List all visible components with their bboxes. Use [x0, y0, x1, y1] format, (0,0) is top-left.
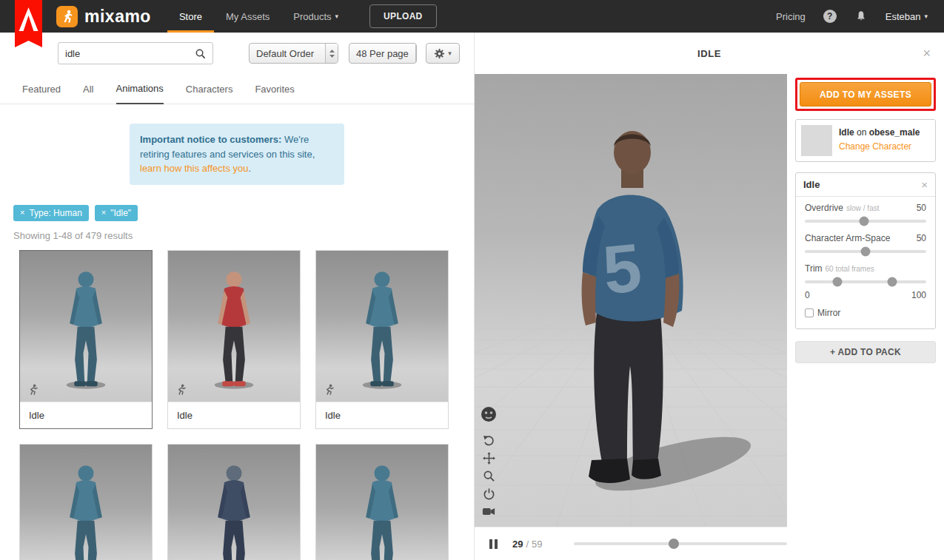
animation-card-row2-3[interactable]	[315, 444, 449, 560]
nav-products[interactable]: Products▾	[281, 0, 350, 33]
important-notice: Important notice to customers: We're ret…	[130, 124, 344, 185]
tab-animations[interactable]: Animations	[116, 83, 164, 104]
trim-end-handle[interactable]	[888, 277, 897, 287]
animation-type-icon	[26, 383, 39, 397]
upload-button[interactable]: UPLOAD	[369, 4, 436, 28]
character-obese-male: 5	[582, 131, 683, 483]
add-to-my-assets-button[interactable]: ADD TO MY ASSETS	[800, 82, 931, 107]
mixamo-runner-icon	[56, 6, 78, 27]
trim-min: 0	[805, 290, 810, 300]
mirror-control[interactable]: Mirror	[805, 308, 926, 318]
trim-range-slider[interactable]	[805, 280, 926, 283]
filter-chips: × Type: Human × "Idle"	[13, 205, 474, 221]
category-tabs: Featured All Animations Characters Favor…	[0, 76, 474, 104]
trim-row: Trim60 total frames	[805, 263, 926, 274]
search-input[interactable]	[65, 48, 195, 59]
current-frame: 29	[512, 539, 523, 550]
animation-card-row2-1[interactable]	[19, 444, 153, 560]
settings-body: Overdriveslow / fast 50 Character Arm-Sp…	[796, 197, 935, 328]
current-character-panel: Idle on obese_male Change Character	[795, 119, 936, 162]
search-icon[interactable]	[195, 48, 206, 59]
trim-start-handle[interactable]	[833, 277, 843, 287]
trim-label: Trim60 total frames	[805, 263, 874, 274]
animation-thumbnail	[20, 445, 152, 560]
top-navbar: mixamo Store My Assets Products▾ UPLOAD …	[0, 0, 944, 33]
browse-panel: Default Order 48 Per page	[0, 33, 474, 560]
animation-card-idle-1[interactable]: Idle	[19, 250, 153, 429]
trim-minmax: 0 100	[805, 290, 926, 300]
overdrive-value: 50	[917, 203, 926, 213]
animation-card-idle-2[interactable]: Idle	[167, 250, 301, 429]
remove-filter-icon[interactable]: ×	[101, 209, 106, 217]
notifications-bell-icon[interactable]	[854, 10, 868, 23]
annotation-highlight-red-box: ADD TO MY ASSETS	[795, 78, 936, 111]
animation-type-icon	[174, 383, 187, 397]
animation-card-idle-3[interactable]: Idle	[315, 250, 449, 429]
woman-character-figure	[193, 263, 275, 392]
mixamo-logo[interactable]: mixamo	[56, 6, 151, 27]
reset-power-icon[interactable]	[482, 487, 495, 500]
chevron-down-icon: ▾	[335, 13, 339, 20]
adobe-logo-icon	[15, 0, 42, 47]
viewport-3d[interactable]: 5	[475, 74, 787, 527]
animation-thumbnail	[168, 445, 300, 560]
armspace-slider[interactable]	[805, 250, 926, 253]
character-head-icon[interactable]	[480, 405, 498, 423]
select-stepper-icon	[415, 44, 417, 63]
viewport-toolbar	[480, 405, 498, 518]
tab-favorites[interactable]: Favorites	[255, 84, 294, 104]
animation-card-row2-2[interactable]	[167, 444, 301, 560]
help-icon[interactable]: ?	[823, 10, 837, 23]
preview-title: IDLE	[697, 48, 721, 59]
pan-move-icon[interactable]	[482, 451, 495, 465]
total-frames: 59	[532, 539, 542, 550]
overdrive-slider-handle[interactable]	[860, 217, 869, 226]
overdrive-slider[interactable]	[805, 220, 926, 223]
viewport-column: 5	[475, 74, 787, 560]
view-options-button[interactable]: ▾	[426, 43, 460, 64]
gear-icon	[434, 48, 445, 59]
tab-characters[interactable]: Characters	[186, 84, 233, 104]
pricing-link[interactable]: Pricing	[776, 11, 806, 22]
tab-all[interactable]: All	[83, 84, 93, 104]
user-name: Esteban	[886, 11, 921, 22]
user-menu[interactable]: Esteban ▾	[886, 11, 928, 22]
nav-my-assets[interactable]: My Assets	[214, 0, 281, 33]
notice-link[interactable]: learn how this affects you	[140, 163, 248, 174]
adobe-logo[interactable]	[15, 0, 42, 47]
mirror-checkbox[interactable]	[805, 308, 814, 317]
rotate-view-icon[interactable]	[482, 434, 495, 447]
timeline-scrubber[interactable]	[574, 542, 787, 545]
character-thumbnail	[801, 125, 832, 156]
armspace-row: Character Arm-Space 50	[805, 233, 926, 243]
overdrive-label: Overdriveslow / fast	[805, 203, 879, 213]
filter-chip-type-human[interactable]: × Type: Human	[13, 205, 89, 221]
animation-settings-panel: Idle × Overdriveslow / fast 50	[795, 172, 936, 329]
close-preview-icon[interactable]: ×	[923, 47, 931, 60]
results-summary: Showing 1-48 of 479 results	[13, 230, 474, 241]
camera-icon[interactable]	[482, 505, 495, 518]
change-character-link[interactable]: Change Character	[839, 140, 920, 154]
armspace-slider-handle[interactable]	[861, 247, 871, 257]
sort-order-select[interactable]: Default Order	[249, 43, 338, 64]
remove-filter-icon[interactable]: ×	[20, 209, 24, 217]
select-stepper-icon	[325, 44, 338, 63]
animation-thumbnail	[20, 251, 152, 402]
navbar-right: Pricing ? Esteban ▾	[776, 10, 944, 23]
pause-button[interactable]	[486, 536, 501, 552]
remove-animation-icon[interactable]: ×	[921, 179, 928, 190]
preview-body: 5	[475, 74, 944, 560]
add-to-pack-button[interactable]: + ADD TO PACK	[795, 341, 936, 363]
tab-featured[interactable]: Featured	[22, 84, 61, 104]
nav-store[interactable]: Store	[167, 0, 214, 33]
animation-settings-sidebar: ADD TO MY ASSETS Idle on obese_male Chan…	[787, 74, 944, 560]
notice-bold-text: Important notice to customers:	[140, 134, 281, 145]
per-page-select[interactable]: 48 Per page	[349, 43, 417, 64]
search-box[interactable]	[58, 42, 213, 64]
preview-section: IDLE ×	[474, 33, 944, 560]
timeline-handle[interactable]	[669, 539, 679, 549]
armspace-value: 50	[917, 233, 926, 243]
zoom-icon[interactable]	[482, 469, 495, 482]
overdrive-row: Overdriveslow / fast 50	[805, 203, 926, 213]
filter-chip-idle[interactable]: × "Idle"	[95, 205, 138, 221]
